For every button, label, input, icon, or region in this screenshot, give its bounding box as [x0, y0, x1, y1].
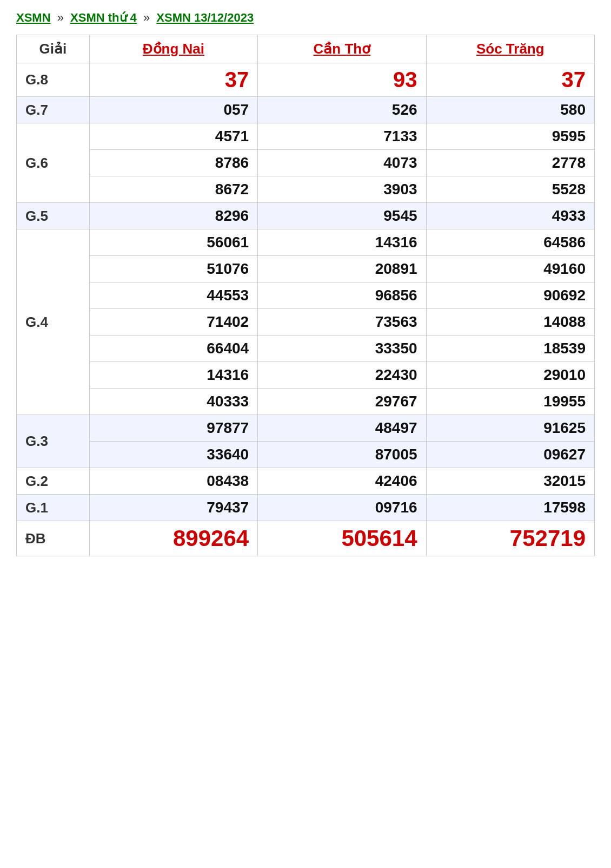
lottery-number: 37 — [89, 63, 257, 97]
prize-label: G.5 — [17, 203, 90, 229]
table-row: 403332976719955 — [17, 389, 595, 415]
table-row: 510762089149160 — [17, 256, 595, 282]
table-row: G.7057526580 — [17, 97, 595, 123]
lottery-number: 14316 — [258, 229, 426, 256]
table-row: 664043335018539 — [17, 336, 595, 362]
lottery-number: 91625 — [426, 415, 594, 442]
prize-label: G.8 — [17, 63, 90, 97]
lottery-number: 37 — [426, 63, 594, 97]
table-row: G.4560611431664586 — [17, 229, 595, 256]
breadcrumb-link-thu4[interactable]: XSMN thứ 4 — [70, 11, 137, 24]
table-row: 878640732778 — [17, 150, 595, 176]
prize-label: G.2 — [17, 468, 90, 495]
table-row: G.8379337 — [17, 63, 595, 97]
lottery-table: Giải Đồng Nai Cần Thơ Sóc Trăng G.837933… — [16, 35, 595, 556]
lottery-number: 8672 — [89, 176, 257, 203]
lottery-number: 29010 — [426, 362, 594, 389]
lottery-number: 17598 — [426, 495, 594, 521]
prize-label: G.7 — [17, 97, 90, 123]
lottery-number: 66404 — [89, 336, 257, 362]
lottery-number: 96856 — [258, 282, 426, 309]
lottery-number: 09716 — [258, 495, 426, 521]
lottery-number: 44553 — [89, 282, 257, 309]
table-row: 867239035528 — [17, 176, 595, 203]
lottery-number: 87005 — [258, 442, 426, 468]
lottery-number: 8296 — [89, 203, 257, 229]
lottery-number: 9595 — [426, 123, 594, 150]
prize-label: G.1 — [17, 495, 90, 521]
table-row: 714027356314088 — [17, 309, 595, 336]
breadcrumb-link-date[interactable]: XSMN 13/12/2023 — [156, 11, 254, 24]
breadcrumb-sep2: » — [143, 11, 150, 24]
lottery-number: 42406 — [258, 468, 426, 495]
prize-label: G.4 — [17, 229, 90, 415]
lottery-number: 505614 — [258, 521, 426, 556]
lottery-number: 8786 — [89, 150, 257, 176]
table-row: ĐB899264505614752719 — [17, 521, 595, 556]
prize-label: G.6 — [17, 123, 90, 203]
lottery-number: 899264 — [89, 521, 257, 556]
lottery-number: 4073 — [258, 150, 426, 176]
lottery-number: 18539 — [426, 336, 594, 362]
col-header-prize: Giải — [17, 35, 90, 63]
lottery-number: 22430 — [258, 362, 426, 389]
lottery-number: 7133 — [258, 123, 426, 150]
lottery-number: 4571 — [89, 123, 257, 150]
table-row: 336408700509627 — [17, 442, 595, 468]
prize-label: G.3 — [17, 415, 90, 468]
lottery-number: 3903 — [258, 176, 426, 203]
table-row: G.2084384240632015 — [17, 468, 595, 495]
col-header-city2: Cần Thơ — [258, 35, 426, 63]
lottery-number: 580 — [426, 97, 594, 123]
lottery-number: 14316 — [89, 362, 257, 389]
table-row: 143162243029010 — [17, 362, 595, 389]
lottery-number: 20891 — [258, 256, 426, 282]
lottery-number: 97877 — [89, 415, 257, 442]
lottery-number: 79437 — [89, 495, 257, 521]
lottery-number: 48497 — [258, 415, 426, 442]
lottery-number: 49160 — [426, 256, 594, 282]
lottery-number: 32015 — [426, 468, 594, 495]
lottery-number: 71402 — [89, 309, 257, 336]
lottery-number: 51076 — [89, 256, 257, 282]
lottery-number: 73563 — [258, 309, 426, 336]
lottery-number: 33640 — [89, 442, 257, 468]
lottery-number: 14088 — [426, 309, 594, 336]
lottery-number: 33350 — [258, 336, 426, 362]
lottery-number: 40333 — [89, 389, 257, 415]
table-row: G.3978774849791625 — [17, 415, 595, 442]
table-header-row: Giải Đồng Nai Cần Thơ Sóc Trăng — [17, 35, 595, 63]
lottery-number: 752719 — [426, 521, 594, 556]
lottery-number: 64586 — [426, 229, 594, 256]
breadcrumb: XSMN » XSMN thứ 4 » XSMN 13/12/2023 — [16, 11, 595, 25]
breadcrumb-sep1: » — [57, 11, 64, 24]
lottery-number: 526 — [258, 97, 426, 123]
table-row: G.5829695454933 — [17, 203, 595, 229]
lottery-number: 4933 — [426, 203, 594, 229]
lottery-number: 057 — [89, 97, 257, 123]
lottery-number: 2778 — [426, 150, 594, 176]
col-header-city3: Sóc Trăng — [426, 35, 594, 63]
lottery-number: 29767 — [258, 389, 426, 415]
lottery-number: 19955 — [426, 389, 594, 415]
lottery-number: 56061 — [89, 229, 257, 256]
lottery-number: 93 — [258, 63, 426, 97]
lottery-number: 08438 — [89, 468, 257, 495]
col-header-city1: Đồng Nai — [89, 35, 257, 63]
lottery-number: 09627 — [426, 442, 594, 468]
lottery-number: 5528 — [426, 176, 594, 203]
breadcrumb-link-xsmn[interactable]: XSMN — [16, 11, 51, 24]
prize-label: ĐB — [17, 521, 90, 556]
lottery-number: 90692 — [426, 282, 594, 309]
table-row: 445539685690692 — [17, 282, 595, 309]
table-row: G.1794370971617598 — [17, 495, 595, 521]
lottery-number: 9545 — [258, 203, 426, 229]
table-row: G.6457171339595 — [17, 123, 595, 150]
